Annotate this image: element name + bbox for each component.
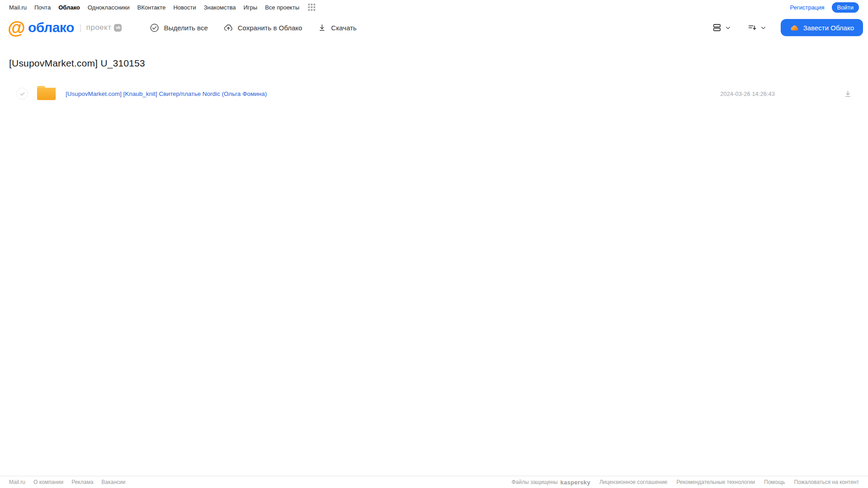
footer-link-report-content[interactable]: Пожаловаться на контент [794,479,859,485]
check-icon [19,91,25,97]
cloud-logo[interactable]: @ облако | проект vk [8,19,122,37]
logo-wordmark: облако [28,20,74,35]
portal-links: Mail.ru Почта Облако Одноклассники ВКонт… [9,4,315,11]
row-checkbox[interactable] [16,88,28,99]
download-icon [318,23,327,32]
select-all-button[interactable]: Выделить все [150,23,208,33]
view-mode-control[interactable] [712,23,731,33]
footer-link-jobs[interactable]: Вакансии [101,479,125,485]
chevron-down-icon [725,25,731,31]
save-to-cloud-label: Сохранить в Облако [238,24,303,32]
download-button[interactable]: Скачать [318,23,356,32]
header: @ облако | проект vk Выделить все [0,14,868,41]
portal-link-novosti[interactable]: Новости [173,4,196,11]
project-label: проект [86,23,112,32]
footer-left-links: Mail.ru О компании Реклама Вакансии [9,479,125,485]
apps-grid-icon[interactable] [308,4,315,11]
portal-link-vse-proekty[interactable]: Все проекты [265,4,299,11]
file-row[interactable]: [UsupovMarket.com] [Knaub_knit] Свитер/п… [0,84,868,104]
toolbar: Выделить все Сохранить в Облако Скачат [150,23,356,33]
create-cloud-label: Завести Облако [803,24,854,32]
file-link[interactable]: [UsupovMarket.com] [Knaub_knit] Свитер/п… [66,90,720,97]
portal-link-mailru[interactable]: Mail.ru [9,4,27,11]
cloud-logo-icon [790,23,799,33]
list-view-icon [712,23,722,33]
kaspersky-protection: Файлы защищены kaspersky [512,479,590,486]
footer-link-recommendation-tech[interactable]: Рекомендательные технологии [677,479,755,485]
portal-link-oblako[interactable]: Облако [58,4,80,11]
row-download-icon[interactable] [844,90,852,98]
protected-label: Файлы защищены [512,479,558,485]
portal-nav: Mail.ru Почта Облако Одноклассники ВКонт… [0,0,868,14]
sort-control[interactable] [747,23,766,33]
create-cloud-button[interactable]: Завести Облако [781,19,863,36]
logo-suffix: | проект vk [80,23,122,33]
portal-link-odnoklassniki[interactable]: Одноклассники [88,4,130,11]
vk-icon: vk [114,24,122,32]
footer-link-help[interactable]: Помощь [764,479,785,485]
auth-area: Регистрация Войти [790,2,859,13]
save-to-cloud-button[interactable]: Сохранить в Облако [223,23,303,33]
page-title: [UsupovMarket.com] U_310153 [9,58,868,69]
mailru-at-icon: @ [8,19,25,37]
footer-link-mailru[interactable]: Mail.ru [9,479,25,485]
registration-link[interactable]: Регистрация [790,4,825,11]
portal-link-pochta[interactable]: Почта [34,4,51,11]
sort-icon [747,23,757,33]
footer-link-ads[interactable]: Реклама [71,479,93,485]
kaspersky-logo[interactable]: kaspersky [560,479,590,486]
portal-link-vkontakte[interactable]: ВКонтакте [138,4,166,11]
footer-right-links: Файлы защищены kaspersky Лицензионное со… [512,479,859,486]
select-all-label: Выделить все [164,24,208,32]
portal-link-znakomstva[interactable]: Знакомства [204,4,236,11]
footer-link-license[interactable]: Лицензионное соглашение [599,479,667,485]
folder-icon [36,85,57,103]
chevron-down-icon [760,25,766,31]
main-content: [UsupovMarket.com] U_310153 [UsupovMarke… [0,58,868,104]
footer: Mail.ru О компании Реклама Вакансии Файл… [0,476,868,488]
download-label: Скачать [331,24,356,32]
logo-divider: | [80,23,82,33]
file-date: 2024-03-26 14:26:43 [720,90,775,97]
footer-link-about[interactable]: О компании [33,479,63,485]
portal-link-igry[interactable]: Игры [243,4,257,11]
login-button[interactable]: Войти [832,2,859,13]
header-controls: Завести Облако [712,19,863,36]
check-circle-icon [150,23,159,33]
cloud-upload-icon [223,23,233,33]
